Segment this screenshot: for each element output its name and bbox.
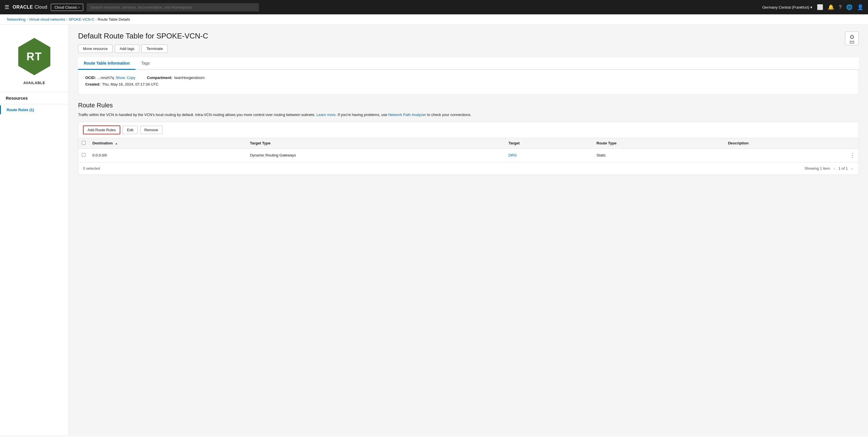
row-description: ⋮ [724,149,859,162]
prev-page-button[interactable]: ‹ [832,165,836,172]
page-info: 1 of 1 [838,166,848,170]
tabs-bar: Route Table Information Tags [78,57,859,70]
nav-right-controls: Germany Central (Frankfurt) ▾ ⬜ 🔔 ? 🌐 👤 [763,4,863,10]
sidebar-item-route-rules[interactable]: Route Rules (1) [0,105,69,114]
ocid-value: ...mnzh7q [98,75,114,80]
sidebar-divider-2 [0,104,69,104]
breadcrumb-current: Route Table Details [98,17,130,22]
network-path-analyzer-link[interactable]: Network Path Analyzer [389,113,426,117]
compartment-field: Compartment: IwanHoogendoorn [147,75,205,80]
select-all-checkbox[interactable] [82,141,86,145]
sidebar-resource-icon: RT AVAILABLE [0,30,69,91]
row-checkbox[interactable] [82,153,86,157]
row-route-type: Static [593,149,724,162]
created-value: Thu, May 16, 2024, 07:17:34 UTC [102,82,159,87]
terminate-button[interactable]: Terminate [142,44,167,53]
top-navigation: ☰ ORACLE Cloud Cloud Classic › Germany C… [0,0,868,14]
route-rules-table: Destination ▲ Target Type Target Route T… [79,138,859,162]
row-target: DRG [505,149,593,162]
globe-icon[interactable]: 🌐 [846,4,852,10]
lifebuoy-icon: ⊙ [849,33,855,40]
table-header-destination[interactable]: Destination ▲ [89,138,247,149]
edit-button[interactable]: Edit [123,126,137,134]
ocid-field: OCID: ...mnzh7q Show Copy [85,75,135,80]
sidebar-divider [0,92,69,92]
row-actions-kebab[interactable]: ⋮ [850,152,855,158]
table-header-row: Destination ▲ Target Type Target Route T… [79,138,859,149]
row-target-type: Dynamic Routing Gateways [247,149,505,162]
hexagon-container: RT [16,35,53,78]
oracle-brand-text: ORACLE [12,5,33,10]
selected-count: 0 selected [83,166,100,170]
cloud-classic-button[interactable]: Cloud Classic › [51,4,83,11]
resource-hexagon: RT [16,38,53,75]
page-header: Default Route Table for SPOKE-VCN-C Move… [78,32,859,53]
main-wrapper: RT AVAILABLE Resources Route Rules (1) D… [0,25,868,436]
action-buttons: Move resource Add tags Terminate [78,44,208,53]
ocid-label: OCID: [85,75,96,80]
tab-tags[interactable]: Tags [135,57,156,70]
next-page-button[interactable]: › [850,165,854,172]
page-title: Default Route Table for SPOKE-VCN-C [78,32,208,40]
table-header-description: Description [724,138,859,149]
add-route-rules-button[interactable]: Add Route Rules [83,125,120,134]
info-row-2: Created: Thu, May 16, 2024, 07:17:34 UTC [85,82,851,87]
table-header-target-type: Target Type [247,138,505,149]
sort-icon-destination: ▲ [115,142,118,145]
region-selector[interactable]: Germany Central (Frankfurt) ▾ [763,5,812,9]
table-header-checkbox [79,138,89,149]
content-area: Default Route Table for SPOKE-VCN-C Move… [69,25,868,436]
sidebar-section-title: Resources [0,93,69,103]
help-icon[interactable]: ? [839,4,842,10]
created-field: Created: Thu, May 16, 2024, 07:17:34 UTC [85,82,158,87]
tab-route-table-information[interactable]: Route Table Information [78,57,135,70]
sidebar: RT AVAILABLE Resources Route Rules (1) [0,25,69,436]
ocid-copy-link[interactable]: Copy [127,75,135,80]
breadcrumb-vcn-name[interactable]: SPOKE-VCN-C [69,17,94,22]
notifications-icon[interactable]: 🔔 [828,4,834,10]
hamburger-menu-icon[interactable]: ☰ [5,4,9,10]
table-toolbar: Add Route Rules Edit Remove [79,122,859,138]
cloud-brand-text: Cloud [35,5,48,10]
row-destination: 0.0.0.0/0 [89,149,247,162]
breadcrumb-networking[interactable]: Networking [7,17,26,22]
dev-tools-icon[interactable]: ⬜ [817,4,823,10]
footer: Terms of Use and Privacy | Cookie Prefer… [0,436,868,437]
oracle-logo: ORACLE Cloud [12,5,48,10]
page-header-left: Default Route Table for SPOKE-VCN-C Move… [78,32,208,53]
add-tags-button[interactable]: Add tags [115,44,139,53]
dots-grid [849,41,854,44]
user-avatar-icon[interactable]: 👤 [857,4,863,10]
table-row: 0.0.0.0/0 Dynamic Routing Gateways DRG S… [79,149,859,162]
table-footer: 0 selected Showing 1 item ‹ 1 of 1 › [79,162,859,175]
target-drg-link[interactable]: DRG [508,153,517,157]
route-rules-table-container: Add Route Rules Edit Remove Destination … [78,122,859,175]
route-rules-section-title: Route Rules [78,102,859,109]
ocid-show-link[interactable]: Show [116,75,125,80]
breadcrumb-vcn[interactable]: Virtual cloud networks [29,17,65,22]
remove-button[interactable]: Remove [140,126,162,134]
move-resource-button[interactable]: Move resource [78,44,113,53]
info-card: OCID: ...mnzh7q Show Copy Compartment: I… [78,70,859,95]
global-search-input[interactable] [87,3,259,11]
learn-more-link[interactable]: Learn more. [317,113,337,117]
table-header-target: Target [505,138,593,149]
compartment-value: IwanHoogendoorn [174,75,205,80]
status-badge: AVAILABLE [24,81,45,85]
help-widget[interactable]: ⊙ [845,32,859,45]
table-header-route-type: Route Type [593,138,724,149]
route-rules-description: Traffic within the VCN is handled by the… [78,112,859,118]
info-row-1: OCID: ...mnzh7q Show Copy Compartment: I… [85,75,851,80]
pagination: Showing 1 item ‹ 1 of 1 › [805,165,854,172]
breadcrumb: Networking › Virtual cloud networks › SP… [0,14,868,25]
row-checkbox-cell [79,149,89,162]
showing-count: Showing 1 item [805,166,830,170]
compartment-label: Compartment: [147,75,173,80]
created-label: Created: [85,82,100,87]
